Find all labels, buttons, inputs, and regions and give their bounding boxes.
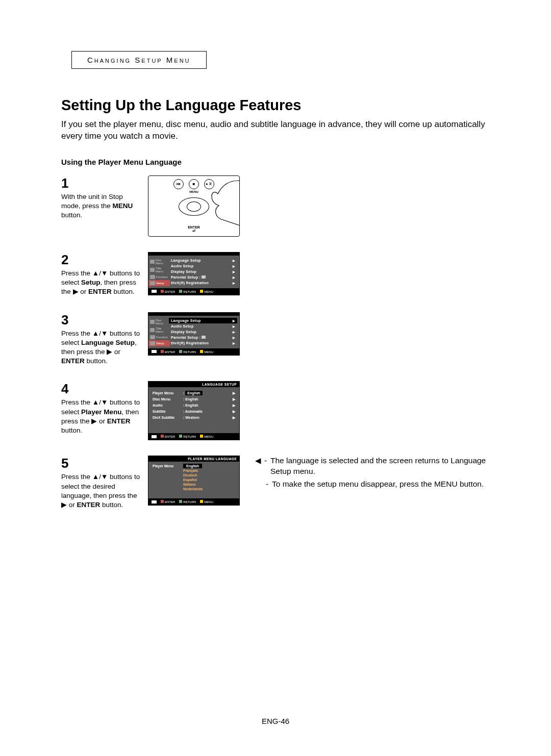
chevron-right-icon: ▶ <box>230 397 235 401</box>
step-2-text: Press the ▲/▼ buttons to select Setup, t… <box>61 269 143 297</box>
screen-language-setup-list: LANGUAGE SETUP Player Menu: English▶ Dis… <box>148 381 240 440</box>
nav-icon <box>152 500 157 503</box>
step-1-text: With the unit in Stop mode, press the ME… <box>61 192 143 220</box>
page-title: Setting Up the Language Features <box>61 97 490 114</box>
screen-title: PLAYER MENU LANGUAGE <box>148 456 239 462</box>
section-header-text: Changing Setup Menu <box>87 56 191 64</box>
menu-audio-setup: Audio Setup▶ <box>170 323 236 329</box>
step-5: 5 Press the ▲/▼ buttons to select the de… <box>61 456 490 510</box>
function-icon <box>150 335 155 339</box>
screen-footer: ENTER RETURN MENU <box>148 498 239 505</box>
lang-row-subtitle: Subtitle: Automatic▶ <box>153 409 235 415</box>
side-disc-menu: Disc Menu <box>148 318 170 326</box>
menu-audio-setup: Audio Setup▶ <box>170 263 236 269</box>
lang-row-disc-menu: Disc Menu: English▶ <box>153 396 235 402</box>
intro-text: If you set the player menu, disc menu, a… <box>61 119 490 142</box>
step-4-text: Press the ▲/▼ buttons to select Player M… <box>61 398 143 435</box>
step-3-text: Press the ▲/▼ buttons to select Language… <box>61 329 143 366</box>
step-1-number: 1 <box>61 175 143 191</box>
step-5-number: 5 <box>61 456 143 471</box>
lang-row-audio: Audio: English▶ <box>153 402 235 409</box>
side-disc-menu: Disc Menu <box>148 258 170 266</box>
chevron-right-icon: ▶ <box>233 324 235 328</box>
lang-option-francais: Français <box>148 468 239 473</box>
lang-row-player-menu: Player Menu: English▶ <box>153 390 235 396</box>
subheading: Using the Player Menu Language <box>61 158 490 166</box>
note-2: To make the setup menu disappear, press … <box>272 479 484 490</box>
screen-player-menu-language: PLAYER MENU LANGUAGE Player MenuEnglish … <box>148 456 240 506</box>
step-2-number: 2 <box>61 252 143 268</box>
chevron-right-icon: ▶ <box>230 416 235 420</box>
side-function: Function <box>148 274 170 280</box>
lang-option-nederlands: Nederlands <box>148 487 239 491</box>
step-3: 3 Press the ▲/▼ buttons to select Langua… <box>61 312 490 366</box>
lock-icon <box>202 275 206 279</box>
menu-display-setup: Display Setup▶ <box>170 269 236 274</box>
step-3-number: 3 <box>61 312 143 328</box>
lang-option-english: Player MenuEnglish <box>148 464 239 468</box>
menu-language-setup: Language Setup▶ <box>170 258 236 263</box>
menu-language-setup-selected: Language Setup▶ <box>169 318 237 323</box>
screen-setup-menu: Disc Menu Title Menu Function Setup Lang… <box>148 252 240 295</box>
section-header: Changing Setup Menu <box>71 51 207 69</box>
disc-icon <box>150 260 155 264</box>
note-1: The language is selected and the screen … <box>270 456 490 477</box>
step-4-number: 4 <box>61 381 143 397</box>
title-icon <box>150 328 155 332</box>
chevron-right-icon: ▶ <box>233 259 235 262</box>
screen-footer: ENTER RETURN MENU <box>148 288 239 295</box>
chevron-right-icon: ▶ <box>233 275 235 279</box>
screen-title: LANGUAGE SETUP <box>148 382 239 387</box>
chevron-right-icon: ▶ <box>233 281 235 285</box>
screen-footer: ENTER RETURN MENU <box>148 433 239 440</box>
step-5-text: Press the ▲/▼ buttons to select the desi… <box>61 472 143 510</box>
side-setup: Setup <box>148 340 170 346</box>
menu-display-setup: Display Setup▶ <box>170 329 236 335</box>
lang-row-divx-subtitle: DivX Subtitle: Western▶ <box>153 415 235 421</box>
chevron-right-icon: ▶ <box>233 264 235 268</box>
screen-footer: ENTER RETURN MENU <box>148 348 239 355</box>
menu-parental-setup: Parental Setup : ▶ <box>170 335 236 340</box>
lock-icon <box>202 336 206 339</box>
function-icon <box>150 275 155 279</box>
nav-icon <box>152 290 157 293</box>
remote-illustration: ⏮ ■ ▸⏸ MENU ENTER⏎ <box>148 175 240 237</box>
disc-icon <box>150 320 155 324</box>
chevron-right-icon: ▶ <box>233 336 235 339</box>
title-icon <box>150 268 155 272</box>
chevron-right-icon: ▶ <box>230 410 235 414</box>
lang-option-espanol: Español <box>148 477 239 482</box>
chevron-right-icon: ▶ <box>233 319 235 322</box>
screen-language-setup-highlighted: Disc Menu Title Menu Function Setup Lang… <box>148 312 240 356</box>
step-5-notes: ◀ - The language is selected and the scr… <box>240 456 490 492</box>
menu-divx-reg: DivX(R) Registration▶ <box>170 340 236 346</box>
side-title-menu: Title Menu <box>148 266 170 274</box>
triangle-left-icon: ◀ <box>255 456 261 477</box>
side-setup: Setup <box>148 280 170 286</box>
lang-option-italiano: Italiano <box>148 482 239 487</box>
chevron-right-icon: ▶ <box>233 330 235 334</box>
chevron-right-icon: ▶ <box>230 391 235 395</box>
step-2: 2 Press the ▲/▼ buttons to select Setup,… <box>61 252 490 297</box>
gear-icon <box>150 341 155 345</box>
hand-icon <box>193 176 240 237</box>
nav-icon <box>152 350 157 353</box>
chevron-right-icon: ▶ <box>230 404 235 408</box>
side-title-menu: Title Menu <box>148 326 170 334</box>
step-4: 4 Press the ▲/▼ buttons to select Player… <box>61 381 490 440</box>
menu-parental-setup: Parental Setup : ▶ <box>170 274 236 280</box>
prev-icon: ⏮ <box>173 179 184 189</box>
lang-option-deutsch: Deutsch <box>148 473 239 477</box>
gear-icon <box>150 281 155 285</box>
step-1: 1 With the unit in Stop mode, press the … <box>61 175 490 237</box>
page-number: ENG-46 <box>0 717 551 725</box>
menu-divx-reg: DivX(R) Registration▶ <box>170 280 236 286</box>
chevron-right-icon: ▶ <box>233 341 235 345</box>
chevron-right-icon: ▶ <box>233 270 235 273</box>
side-function: Function <box>148 334 170 340</box>
nav-icon <box>152 435 157 438</box>
